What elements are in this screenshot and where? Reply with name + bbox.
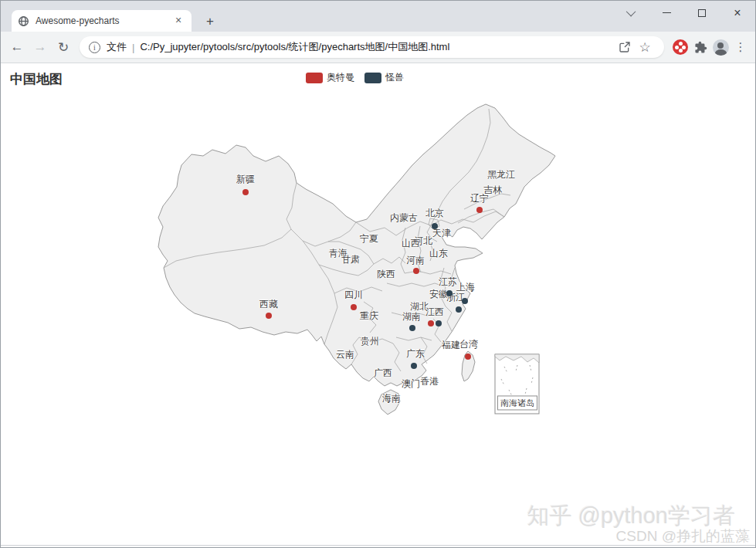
scatter-point[interactable] (351, 304, 357, 310)
window-bottom-border (1, 545, 755, 547)
south-sea-inset (495, 354, 539, 414)
china-outline (158, 104, 555, 386)
scatter-point[interactable] (465, 353, 471, 360)
scatter-point[interactable] (476, 207, 483, 213)
page-content: 中国地图 奥特曼怪兽 (1, 63, 755, 547)
scatter-point[interactable] (413, 268, 419, 274)
scatter-point[interactable] (266, 313, 272, 319)
scatter-point[interactable] (432, 223, 438, 229)
scatter-point[interactable] (456, 306, 462, 313)
scatter-point[interactable] (446, 290, 453, 296)
scatter-point[interactable] (428, 320, 434, 326)
scatter-point[interactable] (409, 325, 415, 331)
scatter-point[interactable] (242, 189, 249, 195)
scatter-point[interactable] (411, 363, 417, 369)
hainan-island (378, 390, 400, 414)
browser-window: Awesome-pyecharts × + × ← → ↻ i 文件 | C:/… (0, 0, 756, 548)
scatter-point[interactable] (436, 320, 442, 326)
china-map[interactable] (1, 1, 756, 548)
watermark-csdn: CSDN @挣扎的蓝藻 (616, 526, 750, 546)
scatter-point[interactable] (462, 298, 468, 304)
